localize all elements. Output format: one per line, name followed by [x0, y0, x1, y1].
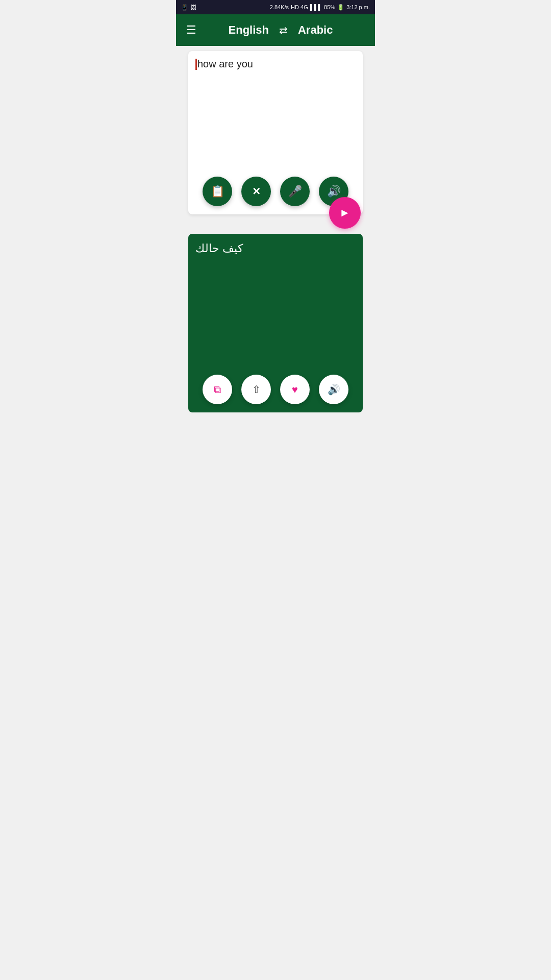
input-text-area[interactable]: how are you: [195, 58, 356, 70]
speed-indicator: 2.84K/s: [270, 4, 289, 10]
battery-icon: 🔋: [337, 4, 344, 11]
input-text: how are you: [197, 58, 253, 69]
send-icon: ►: [339, 206, 350, 219]
favorite-button[interactable]: ♥: [280, 375, 310, 404]
speaker-output-button[interactable]: 🔊: [319, 375, 348, 404]
microphone-icon: 🎤: [288, 185, 302, 198]
whatsapp-icon: 📱: [181, 4, 188, 11]
heart-icon: ♥: [292, 384, 298, 396]
menu-icon: ☰: [186, 23, 196, 36]
copy-output-button[interactable]: ⧉: [203, 375, 232, 404]
share-button[interactable]: ⇧: [241, 375, 271, 404]
input-section: how are you 📋 ✕ 🎤 🔊: [188, 51, 363, 214]
output-section: كيف حالك ⧉ ⇧ ♥ 🔊: [188, 234, 363, 412]
app-header: ☰ English ⇄ Arabic: [176, 14, 375, 46]
output-action-row: ⧉ ⇧ ♥ 🔊: [188, 375, 363, 404]
network-type: HD 4G: [291, 4, 308, 10]
copy-button[interactable]: 📋: [203, 177, 232, 206]
output-section-wrapper: كيف حالك ⧉ ⇧ ♥ 🔊: [182, 234, 369, 412]
microphone-button[interactable]: 🎤: [280, 177, 310, 206]
input-section-wrapper: how are you 📋 ✕ 🎤 🔊 ►: [182, 51, 369, 214]
clear-icon: ✕: [252, 185, 261, 198]
share-icon: ⇧: [252, 383, 261, 396]
copy-output-icon: ⧉: [214, 384, 221, 396]
status-bar: 📱 🖼 2.84K/s HD 4G ▌▌▌ 85% 🔋 3:12 p.m.: [176, 0, 375, 14]
language-selector: English ⇄ Arabic: [196, 23, 365, 37]
send-button[interactable]: ►: [329, 197, 361, 229]
gallery-icon: 🖼: [191, 4, 196, 10]
speaker-input-icon: 🔊: [327, 185, 341, 198]
source-language[interactable]: English: [229, 23, 269, 37]
clear-button[interactable]: ✕: [241, 177, 271, 206]
text-cursor: [195, 59, 197, 70]
swap-languages-button[interactable]: ⇄: [279, 24, 288, 36]
output-text-area: كيف حالك: [195, 242, 356, 255]
signal-icon: ▌▌▌: [310, 4, 322, 10]
output-text: كيف حالك: [195, 242, 243, 255]
target-language[interactable]: Arabic: [298, 23, 333, 37]
time-display: 3:12 p.m.: [346, 4, 370, 10]
speaker-output-icon: 🔊: [328, 383, 340, 396]
copy-icon: 📋: [211, 185, 224, 198]
menu-button[interactable]: ☰: [186, 23, 196, 37]
status-bar-left: 📱 🖼: [181, 4, 196, 11]
status-bar-right: 2.84K/s HD 4G ▌▌▌ 85% 🔋 3:12 p.m.: [270, 4, 370, 11]
battery-percent: 85%: [324, 4, 335, 10]
